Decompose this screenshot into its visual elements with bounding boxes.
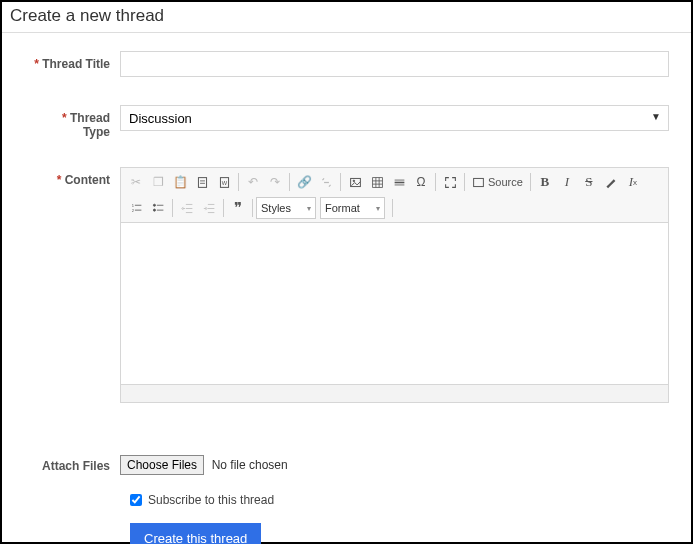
row-thread-title: Thread Title	[32, 51, 673, 77]
label-content: Content	[32, 167, 120, 403]
choose-files-button[interactable]: Choose Files	[120, 455, 204, 475]
source-button[interactable]: Source	[468, 171, 527, 193]
blockquote-icon[interactable]: ❞	[227, 197, 249, 219]
paste-word-icon[interactable]: W	[213, 171, 235, 193]
copy-icon: ❐	[147, 171, 169, 193]
removeformat-icon[interactable]: Ix	[622, 171, 644, 193]
paste-text-icon[interactable]	[191, 171, 213, 193]
undo-icon: ↶	[242, 171, 264, 193]
subscribe-checkbox[interactable]	[130, 494, 142, 506]
svg-text:W: W	[221, 179, 227, 185]
editor-toolbar: ✂ ❐ 📋 W ↶ ↷ 🔗	[121, 168, 668, 223]
unlink-icon	[315, 171, 337, 193]
image-icon[interactable]	[344, 171, 366, 193]
thread-title-input[interactable]	[120, 51, 669, 77]
create-thread-button[interactable]: Create this thread	[130, 523, 261, 544]
editor-textarea[interactable]	[121, 223, 668, 384]
subscribe-row[interactable]: Subscribe to this thread	[130, 493, 673, 507]
table-icon[interactable]	[366, 171, 388, 193]
row-attach: Attach Files Choose Files No file chosen	[32, 453, 673, 475]
numberedlist-icon[interactable]: 12	[125, 197, 147, 219]
svg-rect-15	[474, 178, 484, 186]
label-thread-title: Thread Title	[32, 51, 120, 77]
thread-type-select[interactable]: Discussion	[120, 105, 669, 131]
strike-icon[interactable]: S	[578, 171, 600, 193]
subscribe-label: Subscribe to this thread	[148, 493, 274, 507]
row-content: Content ✂ ❐ 📋 W ↶ ↷ 🔗	[32, 167, 673, 403]
redo-icon: ↷	[264, 171, 286, 193]
outdent-icon	[176, 197, 198, 219]
richtext-editor: ✂ ❐ 📋 W ↶ ↷ 🔗	[120, 167, 669, 403]
svg-point-21	[153, 209, 155, 211]
svg-rect-7	[372, 177, 382, 187]
indent-icon	[198, 197, 220, 219]
italic-icon[interactable]: I	[556, 171, 578, 193]
svg-point-20	[153, 204, 155, 206]
format-dropdown[interactable]: Format▾	[320, 197, 385, 219]
svg-rect-0	[198, 177, 206, 187]
editor-statusbar	[121, 384, 668, 402]
form-body: Thread Title Thread Type Discussion ▼ Co…	[2, 33, 691, 544]
highlight-icon[interactable]	[600, 171, 622, 193]
file-status-text: No file chosen	[212, 458, 288, 472]
bulletlist-icon[interactable]	[147, 197, 169, 219]
label-attach: Attach Files	[32, 453, 120, 475]
maximize-icon[interactable]	[439, 171, 461, 193]
hr-icon[interactable]	[388, 171, 410, 193]
bold-icon[interactable]: B	[534, 171, 556, 193]
cut-icon: ✂	[125, 171, 147, 193]
svg-point-6	[353, 180, 355, 182]
styles-dropdown[interactable]: Styles▾	[256, 197, 316, 219]
row-thread-type: Thread Type Discussion ▼	[32, 105, 673, 139]
create-thread-form: Create a new thread Thread Title Thread …	[0, 0, 693, 544]
paste-icon[interactable]: 📋	[169, 171, 191, 193]
specialchar-icon[interactable]: Ω	[410, 171, 432, 193]
svg-text:2: 2	[131, 207, 134, 212]
label-thread-type: Thread Type	[32, 105, 120, 139]
link-icon[interactable]: 🔗	[293, 171, 315, 193]
page-title: Create a new thread	[2, 2, 691, 33]
